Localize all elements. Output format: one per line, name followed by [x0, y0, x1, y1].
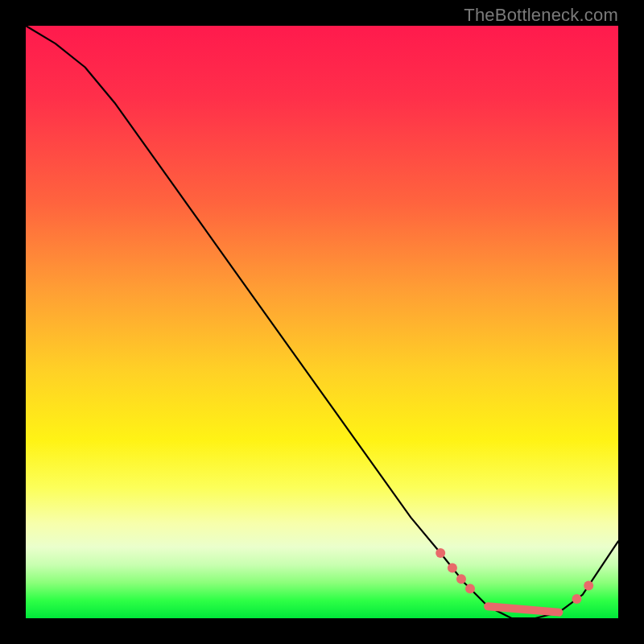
curve-svg [26, 26, 618, 618]
curve-marker-dot [436, 548, 445, 558]
marker-layer [436, 548, 593, 613]
curve-marker-dot [448, 563, 457, 572]
watermark-label: TheBottleneck.com [464, 5, 618, 26]
curve-marker-dot [584, 581, 593, 591]
curve-marker-dot [465, 584, 475, 593]
chart-frame: TheBottleneck.com [0, 0, 644, 644]
curve-marker-dot [456, 574, 466, 584]
plot-area [26, 26, 618, 618]
bottleneck-curve [26, 26, 618, 618]
curve-marker-dot [572, 594, 581, 604]
